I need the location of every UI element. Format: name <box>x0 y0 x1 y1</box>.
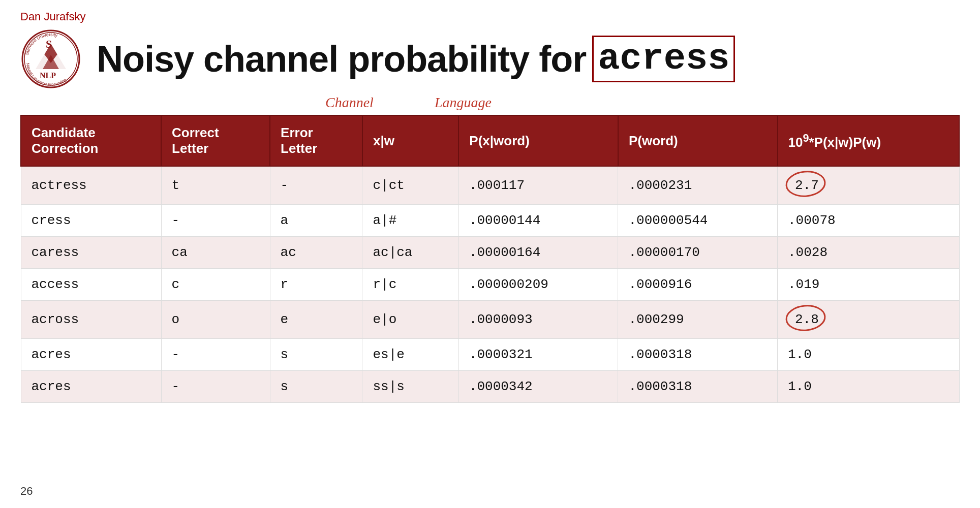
table-cell: .000000209 <box>458 269 618 301</box>
table-cell: - <box>270 166 362 205</box>
probability-table: CandidateCorrection CorrectLetter ErrorL… <box>20 115 960 403</box>
table-row: caresscaacac|ca.00000164.00000170.0028 <box>21 237 959 269</box>
table-cell: o <box>161 301 270 339</box>
table-cell: c <box>161 269 270 301</box>
table-cell: - <box>161 371 270 403</box>
title-prefix: Noisy channel probability for <box>97 38 586 80</box>
table-cell: 1.0 <box>778 339 960 371</box>
table-cell: .0028 <box>778 237 960 269</box>
title-word: acress <box>592 36 735 82</box>
table-cell: .0000916 <box>618 269 778 301</box>
title-container: Noisy channel probability for acress <box>97 36 960 82</box>
table-cell: s <box>270 371 362 403</box>
annotations-row: Channel Language <box>97 94 960 111</box>
table-cell: .019 <box>778 269 960 301</box>
table-cell: r <box>270 269 362 301</box>
table-cell: across <box>21 301 161 339</box>
stanford-logo: S NLP Stanford University Natural Langua… <box>20 28 81 89</box>
table-cell: t <box>161 166 270 205</box>
author-label: Dan Jurafsky <box>20 10 960 23</box>
table-cell: a <box>270 205 362 237</box>
col-header-result: 109*P(x|w)P(w) <box>778 115 960 166</box>
table-cell: 2.8 <box>778 301 960 339</box>
table-cell: s <box>270 339 362 371</box>
table-cell: - <box>161 339 270 371</box>
table-row: acres-ses|e.0000321.00003181.0 <box>21 339 959 371</box>
channel-annotation: Channel <box>325 94 374 111</box>
col-header-pxword: P(x|word) <box>458 115 618 166</box>
table-cell: caress <box>21 237 161 269</box>
table-cell: .0000231 <box>618 166 778 205</box>
table-cell: access <box>21 269 161 301</box>
table-cell: - <box>161 205 270 237</box>
table-cell: .000000544 <box>618 205 778 237</box>
table-cell: acres <box>21 339 161 371</box>
col-header-correct: CorrectLetter <box>161 115 270 166</box>
table-cell: ac <box>270 237 362 269</box>
table-header: CandidateCorrection CorrectLetter ErrorL… <box>21 115 959 166</box>
table-cell: .000117 <box>458 166 618 205</box>
table-cell: 2.7 <box>778 166 960 205</box>
table-row: acres-sss|s.0000342.00003181.0 <box>21 371 959 403</box>
table-cell: .00000144 <box>458 205 618 237</box>
table-cell: .00078 <box>778 205 960 237</box>
table-cell: .000299 <box>618 301 778 339</box>
table-cell: es|e <box>362 339 458 371</box>
col-header-error: ErrorLetter <box>270 115 362 166</box>
table-cell: .0000321 <box>458 339 618 371</box>
table-cell: cress <box>21 205 161 237</box>
table-cell: .0000318 <box>618 371 778 403</box>
table-row: accesscrr|c.000000209.0000916.019 <box>21 269 959 301</box>
table-cell: .0000318 <box>618 339 778 371</box>
table-row: cress-aa|#.00000144.000000544.00078 <box>21 205 959 237</box>
table-cell: r|c <box>362 269 458 301</box>
table-cell: e|o <box>362 301 458 339</box>
col-header-candidate: CandidateCorrection <box>21 115 161 166</box>
table-row: actresst-c|ct.000117.00002312.7 <box>21 166 959 205</box>
table-cell: e <box>270 301 362 339</box>
col-header-xw: x|w <box>362 115 458 166</box>
table-cell: 1.0 <box>778 371 960 403</box>
table-cell: ac|ca <box>362 237 458 269</box>
table-cell: ca <box>161 237 270 269</box>
table-cell: c|ct <box>362 166 458 205</box>
svg-text:S: S <box>46 38 52 50</box>
table-cell: acres <box>21 371 161 403</box>
table-cell: ss|s <box>362 371 458 403</box>
table-cell: a|# <box>362 205 458 237</box>
svg-text:NLP: NLP <box>40 71 56 80</box>
table-row: acrossoee|o.0000093.0002992.8 <box>21 301 959 339</box>
table-cell: .00000164 <box>458 237 618 269</box>
col-header-pword: P(word) <box>618 115 778 166</box>
table-cell: .0000342 <box>458 371 618 403</box>
table-cell: .00000170 <box>618 237 778 269</box>
language-annotation: Language <box>435 94 492 111</box>
table-cell: .0000093 <box>458 301 618 339</box>
table-cell: actress <box>21 166 161 205</box>
table-body: actresst-c|ct.000117.00002312.7cress-aa|… <box>21 166 959 403</box>
page-number: 26 <box>20 485 33 498</box>
